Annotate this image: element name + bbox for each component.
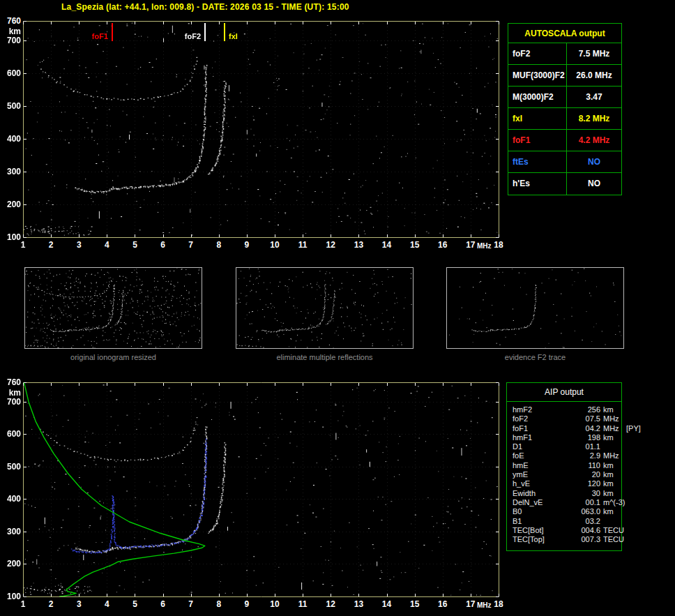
aip-row-value: 256 xyxy=(556,405,600,414)
aip-row-unit: km xyxy=(603,507,614,516)
aip-row-value: 03.2 xyxy=(556,517,600,526)
x-axis-tick-label: 7 xyxy=(183,600,199,608)
x-axis-tick-label: 12 xyxy=(323,241,338,249)
x-axis-tick-label: 17 xyxy=(463,600,478,608)
x-axis-tick-label: 3 xyxy=(71,600,86,608)
aip-row-unit: MHz xyxy=(603,424,619,433)
x-axis-tick-label: 13 xyxy=(351,241,366,249)
autoscala-table-rows: foF27.5 MHzMUF(3000)F226.0 MHzM(3000)F23… xyxy=(508,43,621,195)
aip-row-hmf1: hmF1198km xyxy=(507,433,621,442)
aip-row-value: 30 xyxy=(556,489,600,498)
aip-row-label: TEC[Bot] xyxy=(513,526,544,535)
aip-row-label: ymE xyxy=(513,470,528,479)
aip-row-label: DelN_vE xyxy=(513,498,543,507)
y-axis-unit-label: km xyxy=(1,27,21,36)
x-axis-tick-label: 8 xyxy=(211,600,227,608)
x-axis-tick-label: 17 xyxy=(463,241,478,249)
x-axis-tick-label: 7 xyxy=(183,241,199,249)
aip-row-label: Ewidth xyxy=(513,489,536,498)
aip-row-value: 198 xyxy=(556,433,600,442)
x-axis-tick-label: 13 xyxy=(351,600,366,608)
aip-row-value: 120 xyxy=(556,479,600,488)
y-axis-tick-label: 300 xyxy=(1,167,21,176)
aip-row-label: foF2 xyxy=(513,414,528,423)
autoscala-table-title: AUTOSCALA output xyxy=(508,24,621,43)
autoscala-row-fof2: foF27.5 MHz xyxy=(508,43,621,65)
autoscala-row-label: MUF(3000)F2 xyxy=(508,65,567,86)
x-axis-tick-label: 10 xyxy=(267,241,282,249)
x-axis-tick-label: 8 xyxy=(211,241,227,249)
autoscala-row-label: h'Es xyxy=(508,173,567,195)
aip-output-table: AIP output hmF2256kmfoF207.5MHzfoF104.2M… xyxy=(506,382,622,551)
y-axis-tick-label: 600 xyxy=(1,430,21,438)
y-axis-tick-label: 760 xyxy=(1,17,21,25)
y-axis-tick-label: 300 xyxy=(1,527,21,536)
x-axis-tick-label: 6 xyxy=(156,600,171,608)
autoscala-row-value: NO xyxy=(567,173,621,195)
y-axis-tick-label: 400 xyxy=(1,495,21,503)
aip-row-unit: km xyxy=(603,405,614,414)
aip-row-label: foE xyxy=(513,451,524,460)
x-axis-tick-label: 9 xyxy=(239,600,255,608)
aip-row-foe: foE2.9MHz xyxy=(507,451,621,460)
x-axis-tick-label: 12 xyxy=(323,600,338,608)
x-axis-tick-label: 14 xyxy=(379,600,395,608)
y-axis-tick-label: 500 xyxy=(1,102,21,110)
aip-row-hme: hmE110km xyxy=(507,461,621,470)
aip-row-fof1: foF104.2MHz[PY] xyxy=(507,424,621,433)
autoscala-row-hes: h'EsNO xyxy=(508,173,621,195)
autoscala-row-muf3000f2: MUF(3000)F226.0 MHz xyxy=(508,65,621,87)
aip-table-title: AIP output xyxy=(507,383,621,402)
aip-row-value: 04.2 xyxy=(556,424,600,433)
aip-row-label: D1 xyxy=(513,442,522,451)
y-axis-tick-label: 700 xyxy=(1,398,21,406)
aip-row-value: 007.3 xyxy=(556,535,600,544)
aip-row-b1: B103.2 xyxy=(507,517,621,526)
aip-row-unit: TECU xyxy=(603,526,624,535)
y-axis-tick-label: 200 xyxy=(1,559,21,568)
x-axis-tick-label: 1 xyxy=(15,600,31,608)
aip-row-fof2: foF207.5MHz xyxy=(507,414,621,423)
autoscala-row-label: M(3000)F2 xyxy=(508,87,567,107)
aip-row-unit: km xyxy=(603,479,614,488)
aip-row-label: hmF2 xyxy=(513,405,532,414)
autoscala-row-label: foF1 xyxy=(508,130,567,151)
autoscala-row-ftes: ftEsNO xyxy=(508,151,621,173)
x-axis-tick-label: 10 xyxy=(267,600,282,608)
x-axis-tick-label: 18 xyxy=(491,241,506,249)
thumbnail-eliminate-canvas xyxy=(236,268,413,348)
aip-row-label: foF1 xyxy=(513,424,528,433)
aip-row-value: 004.6 xyxy=(556,526,600,535)
aip-row-value: 2.9 xyxy=(556,451,600,460)
aip-row-value: 07.5 xyxy=(556,414,600,423)
aip-row-label: B1 xyxy=(513,517,522,526)
thumbnail-evidence-f2 xyxy=(446,267,624,349)
thumbnail-eliminate-reflections xyxy=(236,267,414,349)
x-axis-tick-label: 18 xyxy=(491,600,506,608)
station-date-title: La_Spezia (lat: +44.1, lon: 009.8) - DAT… xyxy=(61,2,349,12)
aip-row-label: B0 xyxy=(513,507,522,516)
aip-row-unit: km xyxy=(603,470,614,479)
aip-row-d1: D101.1 xyxy=(507,442,621,451)
x-axis-tick-label: 4 xyxy=(99,241,114,249)
aip-row-unit: MHz xyxy=(603,451,619,460)
y-axis-tick-label: 200 xyxy=(1,200,21,209)
x-axis-tick-label: 11 xyxy=(295,600,310,608)
thumbnail-caption-original: original ionogram resized xyxy=(24,353,202,361)
autoscala-output-table: AUTOSCALA output foF27.5 MHzMUF(3000)F22… xyxy=(508,23,622,195)
x-axis-tick-label: 2 xyxy=(43,241,59,249)
x-axis-tick-label: 16 xyxy=(435,600,450,608)
aip-row-unit: MHz xyxy=(603,414,619,423)
x-axis-tick-label: 11 xyxy=(295,241,310,249)
aip-row-unit: m^(-3) xyxy=(603,498,625,507)
aip-row-extra-flag: [PY] xyxy=(626,424,641,433)
aip-table-rows: hmF2256kmfoF207.5MHzfoF104.2MHz[PY]hmF11… xyxy=(507,402,621,544)
aip-row-hve: h_vE120km xyxy=(507,479,621,488)
x-axis-tick-label: 4 xyxy=(99,600,114,608)
aip-row-tecbot: TEC[Bot]004.6TECU xyxy=(507,526,621,535)
autoscala-row-value: NO xyxy=(567,151,621,172)
autoscala-row-fxi: fxI8.2 MHz xyxy=(508,108,621,130)
ionogram-bottom-canvas xyxy=(23,382,499,597)
thumbnail-original-canvas xyxy=(25,268,202,348)
x-axis-unit-label: MHz xyxy=(477,242,492,250)
